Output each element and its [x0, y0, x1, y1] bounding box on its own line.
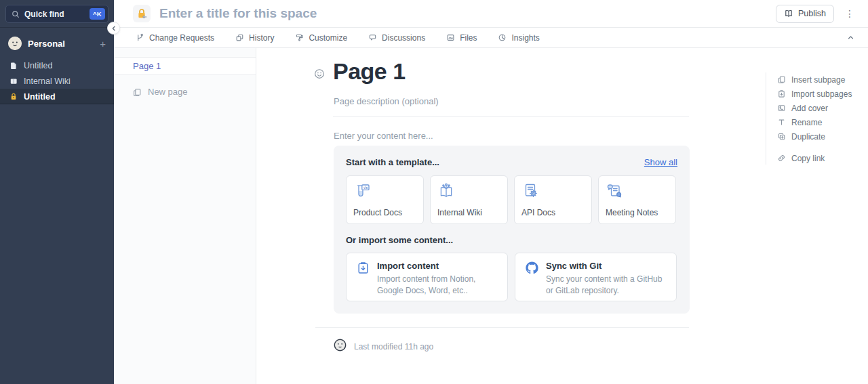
svg-text:√x: √x	[363, 186, 368, 190]
api-docs-icon	[521, 182, 539, 200]
template-card-label: Internal Wiki	[437, 208, 482, 217]
comment-icon	[368, 33, 377, 42]
link-icon	[777, 154, 786, 163]
new-page-label: New page	[148, 87, 188, 97]
tab-customize[interactable]: Customize	[295, 33, 347, 43]
files-icon	[446, 33, 455, 42]
template-card-label: Meeting Notes	[606, 208, 658, 217]
duplicate-icon	[777, 132, 786, 141]
workspace-avatar	[8, 37, 22, 50]
add-space-button[interactable]: +	[100, 39, 106, 49]
smiley-icon	[314, 68, 325, 79]
duplicate-button[interactable]: Duplicate	[777, 129, 852, 144]
quick-find-button[interactable]: Quick find ^K	[5, 5, 108, 23]
quick-find-label: Quick find	[24, 9, 90, 19]
sidebar-item-label: Internal Wiki	[24, 77, 71, 86]
sync-git-title: Sync with Git	[546, 261, 667, 271]
insights-icon	[498, 33, 507, 42]
chevron-up-icon	[847, 34, 854, 41]
templates-heading: Start with a template...	[346, 157, 439, 167]
collapse-sidebar-button[interactable]	[107, 22, 120, 35]
import-content-icon	[357, 261, 370, 301]
workspace-switcher[interactable]: Personal +	[0, 32, 114, 55]
page-footer: Last modified 11h ago	[334, 339, 433, 354]
page-icon	[9, 62, 18, 70]
import-cards: Import content Import content from Notio…	[346, 253, 677, 301]
page-title[interactable]: Page 1	[333, 56, 406, 86]
template-card-api-docs[interactable]: API Docs	[514, 175, 592, 224]
footer-divider	[315, 327, 689, 328]
tab-history[interactable]: History	[235, 33, 274, 43]
sidebar-item-label: Untitled	[24, 92, 56, 102]
last-modified-text: Last modified 11h ago	[354, 342, 433, 351]
page-action-rail: Insert subpage Import subpages Add cover…	[777, 72, 852, 165]
book-icon	[9, 77, 18, 85]
sync-git-subtitle: Sync your content with a GitHub or GitLa…	[546, 274, 667, 297]
open-book-icon	[784, 9, 793, 18]
clipboard-import-icon	[777, 89, 786, 98]
page-description-input[interactable]: Page description (optional)	[334, 96, 439, 106]
tab-insights[interactable]: Insights	[498, 33, 539, 43]
title-divider	[333, 116, 689, 117]
page-list-item-label: Page 1	[133, 61, 161, 71]
page-list-item-page-1[interactable]: Page 1	[114, 57, 256, 75]
tab-change-requests[interactable]: Change Requests	[136, 33, 214, 43]
template-card-product-docs[interactable]: √x Product Docs	[346, 175, 424, 224]
add-cover-button[interactable]: Add cover	[777, 101, 852, 115]
publish-button[interactable]: Publish	[776, 5, 834, 23]
chevron-left-icon	[111, 26, 117, 31]
meeting-notes-icon	[606, 182, 623, 200]
new-page-button[interactable]: New page	[114, 87, 256, 97]
publish-button-label: Publish	[798, 9, 826, 18]
sidebar-item-internal-wiki[interactable]: Internal Wiki	[0, 73, 114, 89]
import-content-title: Import content	[377, 261, 498, 271]
text-icon	[777, 118, 786, 127]
tab-discussions[interactable]: Discussions	[368, 33, 425, 43]
page-list-panel: Page 1 New page	[114, 48, 256, 384]
template-card-label: API Docs	[521, 208, 555, 217]
import-content-card[interactable]: Import content Import content from Notio…	[346, 253, 508, 301]
show-all-link[interactable]: Show all	[644, 157, 677, 167]
search-icon	[12, 10, 20, 18]
content-placeholder[interactable]: Enter your content here...	[334, 131, 433, 141]
branch-icon	[136, 33, 144, 42]
template-card-internal-wiki[interactable]: Internal Wiki	[430, 175, 508, 224]
copy-link-button[interactable]: Copy link	[777, 151, 852, 165]
product-docs-icon: √x	[353, 182, 371, 200]
search-section: Quick find ^K	[0, 0, 114, 28]
space-header: Enter a title for this space Publish ⋮	[114, 0, 868, 28]
emoji-picker-button[interactable]	[314, 68, 325, 79]
kebab-menu-icon[interactable]: ⋮	[842, 8, 857, 19]
template-cards: √x Product Docs Internal Wiki API Docs M…	[346, 175, 677, 224]
import-content-subtitle: Import content from Notion, Google Docs,…	[377, 274, 498, 297]
collapse-tabbar-button[interactable]	[847, 34, 854, 41]
space-tabbar: Change Requests History Customize Discus…	[114, 28, 868, 48]
history-icon	[235, 33, 244, 42]
github-icon	[526, 261, 538, 301]
template-card-meeting-notes[interactable]: Meeting Notes	[598, 175, 676, 224]
tab-files[interactable]: Files	[446, 33, 477, 43]
pages-icon	[132, 87, 142, 97]
lock-with-key-icon	[136, 8, 147, 20]
app-window: Quick find ^K Personal + Untitled	[0, 0, 868, 384]
lock-icon	[9, 92, 18, 101]
action-rail-divider	[766, 72, 766, 165]
workspace-sidebar: Quick find ^K Personal + Untitled	[0, 0, 114, 384]
sync-with-git-card[interactable]: Sync with Git Sync your content with a G…	[515, 253, 677, 301]
getting-started-box: Start with a template... Show all √x Pro…	[334, 146, 690, 314]
insert-subpage-button[interactable]: Insert subpage	[777, 72, 852, 87]
page-editor: Page 1 Page description (optional) Enter…	[256, 48, 868, 384]
pages-icon	[777, 75, 786, 84]
rename-button[interactable]: Rename	[777, 115, 852, 129]
internal-wiki-icon	[437, 182, 455, 200]
space-title-input[interactable]: Enter a title for this space	[159, 6, 776, 21]
space-emoji-button[interactable]	[133, 5, 151, 22]
image-icon	[777, 104, 786, 112]
shortcut-badge: ^K	[90, 8, 105, 20]
sidebar-item-untitled-2-selected[interactable]: Untitled	[0, 89, 114, 104]
avatar-face-icon[interactable]	[334, 339, 347, 354]
import-subpages-button[interactable]: Import subpages	[777, 87, 852, 101]
sidebar-item-label: Untitled	[24, 61, 52, 70]
sidebar-item-untitled-1[interactable]: Untitled	[0, 58, 114, 73]
space-list: Untitled Internal Wiki Untitled	[0, 58, 114, 104]
